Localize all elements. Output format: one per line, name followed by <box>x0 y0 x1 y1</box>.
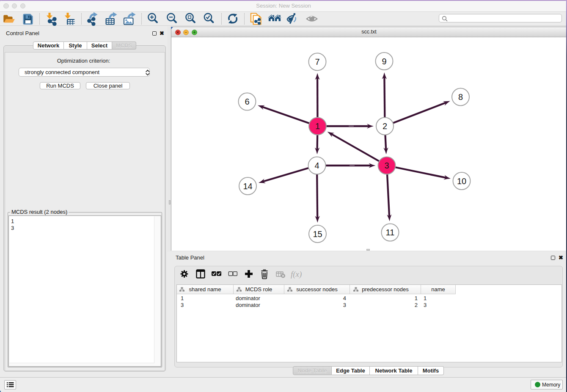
svg-text:1: 1 <box>315 121 320 131</box>
svg-text:14: 14 <box>243 182 252 191</box>
svg-text:6: 6 <box>245 97 249 106</box>
svg-text:f(x): f(x) <box>291 270 302 279</box>
svg-text:9: 9 <box>382 57 386 66</box>
svg-text:8: 8 <box>458 92 463 102</box>
svg-text:7: 7 <box>315 57 319 66</box>
svg-text:4: 4 <box>314 161 319 170</box>
svg-text:10: 10 <box>457 177 466 186</box>
svg-text:11: 11 <box>386 228 395 237</box>
svg-text:15: 15 <box>313 229 322 239</box>
svg-text:2: 2 <box>383 121 387 131</box>
svg-text:3: 3 <box>384 161 389 170</box>
